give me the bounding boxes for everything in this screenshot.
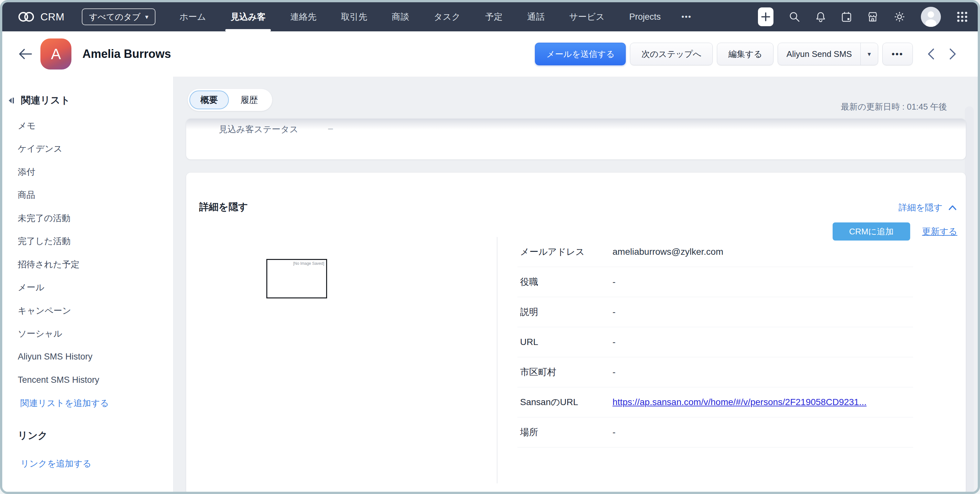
record-detail-main: 概要 履歴 最新の更新日時 : 01:45 午後 見込み客ステータス – 詳細を… xyxy=(173,76,978,492)
all-tabs-dropdown[interactable]: すべてのタブ ▾ xyxy=(82,8,156,25)
tab-overview[interactable]: 概要 xyxy=(189,91,229,109)
plus-icon xyxy=(761,12,770,22)
field-label: 説明 xyxy=(520,306,612,318)
sidebar-item-invited-meetings[interactable]: 招待された予定 xyxy=(2,253,173,276)
next-record-icon[interactable] xyxy=(949,48,957,61)
lead-status-card: 見込み客ステータス – xyxy=(186,119,966,159)
top-navigation: CRM すべてのタブ ▾ ホーム 見込み客 連絡先 取引先 商談 タスク 予定 … xyxy=(2,2,978,31)
crm-logo[interactable]: CRM xyxy=(17,10,64,24)
table-row: 役職 - xyxy=(517,267,913,297)
search-icon[interactable] xyxy=(789,11,800,22)
field-value: - xyxy=(612,307,616,317)
tab-home[interactable]: ホーム xyxy=(167,2,218,31)
tab-history[interactable]: 履歴 xyxy=(229,94,270,106)
tab-meetings[interactable]: 予定 xyxy=(473,2,515,31)
app-grid-icon[interactable] xyxy=(956,11,968,22)
vertical-divider xyxy=(497,237,498,483)
tab-tasks[interactable]: タスク xyxy=(422,2,473,31)
field-value: - xyxy=(612,277,616,287)
last-updated-timestamp: 最新の更新日時 : 01:45 午後 xyxy=(841,101,947,113)
sms-split-button[interactable]: Aliyun Send SMS ▾ xyxy=(778,43,878,65)
tab-leads[interactable]: 見込み客 xyxy=(218,2,278,31)
brand-name: CRM xyxy=(40,11,64,23)
vertical-scrollbar[interactable] xyxy=(965,106,974,492)
chevron-down-icon: ▾ xyxy=(145,13,148,21)
collapse-panel-icon[interactable] xyxy=(8,97,15,104)
record-avatar: A xyxy=(40,38,72,70)
sidebar-item-attachments[interactable]: 添付 xyxy=(2,160,173,184)
table-row: 説明 - xyxy=(517,297,913,327)
update-link[interactable]: 更新する xyxy=(922,226,958,237)
zoho-logo-icon xyxy=(17,10,35,24)
details-heading: 詳細を隠す xyxy=(199,201,248,214)
table-row: 市区町村 - xyxy=(517,357,913,387)
next-step-button[interactable]: 次のステップへ xyxy=(630,43,713,65)
chevron-up-icon xyxy=(948,205,957,210)
field-value: – xyxy=(328,123,333,134)
detail-view-tabs: 概要 履歴 xyxy=(188,89,272,111)
links-heading: リンク xyxy=(18,429,173,442)
field-label: メールアドレス xyxy=(520,246,612,258)
sidebar-item-tencent-sms-history[interactable]: Tencent SMS History xyxy=(2,368,173,392)
marketplace-store-icon[interactable] xyxy=(867,11,878,22)
field-label: 見込み客ステータス xyxy=(219,123,298,135)
sidebar-item-campaigns[interactable]: キャンペーン xyxy=(2,299,173,322)
tab-contacts[interactable]: 連絡先 xyxy=(278,2,329,31)
table-row: 場所 - xyxy=(517,418,913,448)
related-list: メモ ケイデンス 添付 商品 未完了の活動 完了した活動 招待された予定 メール… xyxy=(2,114,173,392)
table-row: SansanのURL https://ap.sansan.com/v/home/… xyxy=(517,387,913,418)
sidebar-item-open-activities[interactable]: 未完了の活動 xyxy=(2,207,173,230)
field-label: 市区町村 xyxy=(520,366,612,378)
hide-details-link[interactable]: 詳細を隠す xyxy=(899,202,957,214)
field-label: SansanのURL xyxy=(520,396,612,408)
field-value: - xyxy=(612,337,616,347)
sms-button-label[interactable]: Aliyun Send SMS xyxy=(778,43,860,65)
nav-utility-icons xyxy=(758,7,968,27)
chevron-down-icon[interactable]: ▾ xyxy=(861,43,878,65)
sidebar-item-notes[interactable]: メモ xyxy=(2,114,173,137)
add-link-link[interactable]: リンクを追加する xyxy=(21,458,173,469)
notifications-bell-icon[interactable] xyxy=(816,11,826,22)
field-label: 場所 xyxy=(520,426,612,438)
add-related-list-link[interactable]: 関連リストを追加する xyxy=(21,397,173,409)
settings-gear-icon[interactable] xyxy=(894,11,905,22)
sidebar-item-products[interactable]: 商品 xyxy=(2,184,173,207)
send-mail-button[interactable]: メールを送信する xyxy=(535,43,626,65)
hide-details-label: 詳細を隠す xyxy=(899,202,942,214)
field-label: 役職 xyxy=(520,276,612,288)
table-row: メールアドレス ameliaburrows@zylker.com xyxy=(517,237,913,267)
tab-deals[interactable]: 商談 xyxy=(379,2,422,31)
back-arrow-icon[interactable] xyxy=(18,48,32,60)
page-title: Amelia Burrows xyxy=(83,47,171,61)
field-value: - xyxy=(612,427,616,437)
more-actions-button[interactable]: ••• xyxy=(882,43,913,65)
user-profile-avatar[interactable] xyxy=(921,7,941,27)
tab-projects[interactable]: Projects xyxy=(617,2,673,31)
record-header: A Amelia Burrows メールを送信する 次のステップへ 編集する A… xyxy=(2,31,978,76)
field-value: - xyxy=(612,367,616,377)
browser-window: CRM すべてのタブ ▾ ホーム 見込み客 連絡先 取引先 商談 タスク 予定 … xyxy=(0,0,980,494)
no-image-text: [No Image Saved] xyxy=(293,261,324,266)
more-tabs-button[interactable]: ••• xyxy=(673,2,700,31)
content-area: 関連リスト メモ ケイデンス 添付 商品 未完了の活動 完了した活動 招待された… xyxy=(2,76,978,492)
calendar-icon[interactable] xyxy=(842,11,852,22)
business-card-image-placeholder: [No Image Saved] xyxy=(266,259,327,298)
details-card: 詳細を隠す 詳細を隠す CRMに追加 更新する [No Image Saved]… xyxy=(186,173,966,492)
avatar-initial: A xyxy=(51,45,61,63)
edit-button[interactable]: 編集する xyxy=(717,43,773,65)
tab-accounts[interactable]: 取引先 xyxy=(329,2,379,31)
sidebar-item-emails[interactable]: メール xyxy=(2,276,173,300)
all-tabs-label: すべてのタブ xyxy=(89,11,141,22)
sidebar-item-social[interactable]: ソーシャル xyxy=(2,322,173,346)
sidebar-heading-row: 関連リスト xyxy=(2,94,173,107)
tab-calls[interactable]: 通話 xyxy=(515,2,557,31)
sansan-url-link[interactable]: https://ap.sansan.com/v/home/#/v/persons… xyxy=(612,397,867,407)
tab-services[interactable]: サービス xyxy=(557,2,617,31)
field-label: URL xyxy=(520,337,612,347)
previous-record-icon[interactable] xyxy=(927,48,935,61)
sidebar-item-closed-activities[interactable]: 完了した活動 xyxy=(2,230,173,253)
add-record-button[interactable] xyxy=(758,8,773,26)
sidebar-item-cadences[interactable]: ケイデンス xyxy=(2,137,173,161)
sidebar-item-aliyun-sms-history[interactable]: Aliyun SMS History xyxy=(2,345,173,368)
field-table: メールアドレス ameliaburrows@zylker.com 役職 - 説明… xyxy=(517,237,913,448)
